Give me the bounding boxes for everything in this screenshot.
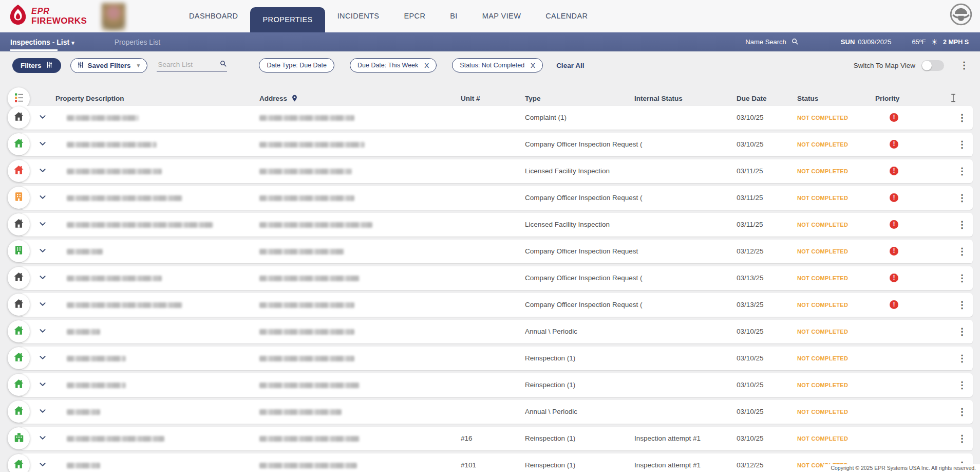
inspection-row-card[interactable]: Annual \ Periodic 03/10/25 NOT COMPLETED… — [21, 320, 973, 343]
property-type-icon[interactable] — [8, 160, 30, 182]
epr-fireworks-logo[interactable]: EPR FIREWORKS — [8, 4, 87, 28]
user-avatar-button[interactable] — [949, 4, 973, 27]
table-row: Annual \ Periodic 03/10/25 NOT COMPLETED… — [0, 400, 980, 424]
inspection-type: Complaint (1) — [525, 106, 567, 130]
inspection-row-card[interactable]: Annual \ Periodic 03/10/25 NOT COMPLETED… — [21, 400, 973, 424]
table-row: Company Officer Inspection Request 03/12… — [0, 240, 980, 263]
row-menu-button[interactable]: ⋮ — [954, 347, 970, 370]
row-menu-button[interactable]: ⋮ — [954, 240, 970, 263]
building-icon — [13, 245, 24, 258]
status-badge: NOT COMPLETED — [797, 106, 848, 130]
expand-row-chevron-icon[interactable] — [39, 275, 46, 281]
subnav-inspections-list[interactable]: Inspections - List▾ — [10, 38, 74, 46]
inspection-row-card[interactable]: Company Officer Inspection Request ( 03/… — [21, 293, 973, 317]
property-type-icon[interactable] — [8, 320, 30, 342]
table-row: Company Officer Inspection Request ( 03/… — [0, 293, 980, 317]
property-type-icon[interactable] — [8, 106, 30, 129]
expand-row-chevron-icon[interactable] — [39, 462, 46, 468]
property-type-icon[interactable] — [8, 347, 30, 369]
inspection-row-card[interactable]: Company Officer Inspection Request ( 03/… — [21, 266, 973, 290]
agency-logo-image-blurred — [102, 3, 125, 31]
nav-tab-bi[interactable]: BI — [438, 0, 470, 32]
expand-row-chevron-icon[interactable] — [39, 355, 46, 361]
inspection-type: Reinspection (1) — [525, 373, 575, 397]
nav-tab-map-view[interactable]: MAP VIEW — [470, 0, 533, 32]
row-menu-button[interactable]: ⋮ — [954, 213, 970, 237]
due-date: 03/10/25 — [737, 427, 764, 450]
due-date: 03/10/25 — [737, 106, 764, 130]
status-badge: NOT COMPLETED — [797, 373, 848, 397]
row-menu-button[interactable]: ⋮ — [954, 293, 970, 317]
priority-icon: ! — [890, 247, 898, 256]
flame-logo-icon — [8, 4, 28, 28]
property-description-redacted — [67, 383, 126, 388]
inspection-row-card[interactable]: #16 Reinspection (1) Inspection attempt … — [21, 427, 973, 450]
row-menu-button[interactable]: ⋮ — [954, 320, 970, 343]
property-type-icon[interactable] — [8, 133, 30, 155]
expand-row-chevron-icon[interactable] — [39, 141, 46, 147]
internal-status: Inspection attempt #1 — [634, 427, 701, 450]
due-date: 03/11/25 — [737, 186, 763, 210]
priority-icon: ! — [890, 300, 898, 309]
unit-number: #101 — [461, 453, 476, 472]
inspection-row-card[interactable]: Licensed Facility Inspection 03/11/25 NO… — [21, 213, 973, 237]
expand-row-chevron-icon[interactable] — [39, 194, 46, 201]
property-type-icon[interactable] — [8, 187, 30, 209]
nav-tab-epcr[interactable]: EPCR — [391, 0, 438, 32]
status-badge: NOT COMPLETED — [797, 347, 848, 370]
inspection-type: Company Officer Inspection Request — [525, 240, 638, 263]
inspection-row-card[interactable]: Complaint (1) 03/10/25 NOT COMPLETED ! ⋮ — [21, 106, 973, 130]
inspection-row-card[interactable]: Company Officer Inspection Request 03/12… — [21, 240, 973, 263]
expand-row-chevron-icon[interactable] — [39, 408, 46, 414]
row-menu-button[interactable]: ⋮ — [954, 266, 970, 290]
due-date: 03/10/25 — [737, 133, 764, 156]
expand-row-chevron-icon[interactable] — [39, 301, 46, 307]
house-icon — [13, 405, 25, 419]
nav-tab-calendar[interactable]: CALENDAR — [533, 0, 600, 32]
logo-fireworks-text: FIREWORKS — [31, 16, 87, 25]
name-search-button[interactable]: Name Search — [745, 38, 798, 47]
expand-row-chevron-icon[interactable] — [39, 382, 46, 388]
inspection-row-card[interactable]: Licensed Facility Inspection 03/11/25 NO… — [21, 159, 973, 183]
due-date: 03/10/25 — [737, 320, 764, 343]
expand-row-chevron-icon[interactable] — [39, 114, 46, 120]
row-menu-button[interactable]: ⋮ — [954, 106, 970, 130]
row-menu-button[interactable]: ⋮ — [954, 373, 970, 397]
app-header: EPR FIREWORKS DASHBOARDPROPERTIESINCIDEN… — [0, 0, 980, 32]
inspection-row-card[interactable]: Company Officer Inspection Request ( 03/… — [21, 133, 973, 156]
property-description-redacted — [67, 409, 100, 415]
property-type-icon[interactable] — [8, 294, 30, 316]
row-menu-button[interactable]: ⋮ — [954, 427, 970, 450]
table-row: Licensed Facility Inspection 03/11/25 NO… — [0, 159, 980, 183]
property-type-icon[interactable] — [8, 401, 30, 423]
row-menu-button[interactable]: ⋮ — [954, 186, 970, 210]
expand-row-chevron-icon[interactable] — [39, 435, 46, 441]
property-type-icon[interactable] — [8, 454, 30, 472]
row-menu-button[interactable]: ⋮ — [954, 159, 970, 183]
inspection-row-card[interactable]: Company Officer Inspection Request ( 03/… — [21, 186, 973, 210]
property-type-icon[interactable] — [8, 213, 30, 235]
nav-tab-properties[interactable]: PROPERTIES — [250, 7, 325, 32]
property-type-icon[interactable] — [8, 240, 30, 262]
nav-tab-incidents[interactable]: INCIDENTS — [325, 0, 392, 32]
house-icon — [13, 137, 25, 151]
nav-tab-dashboard[interactable]: DASHBOARD — [177, 0, 250, 32]
subnav-properties-list[interactable]: Properties List — [115, 38, 160, 46]
inspection-type: Annual \ Periodic — [525, 400, 577, 424]
row-menu-button[interactable]: ⋮ — [954, 133, 970, 156]
due-date: 03/11/25 — [737, 159, 763, 183]
hotel-building-icon — [13, 432, 25, 445]
row-menu-button[interactable]: ⋮ — [954, 400, 970, 424]
expand-row-chevron-icon[interactable] — [39, 168, 46, 174]
due-date: 03/12/25 — [737, 453, 764, 472]
expand-row-chevron-icon[interactable] — [39, 328, 46, 334]
expand-row-chevron-icon[interactable] — [39, 221, 46, 227]
property-type-icon[interactable] — [8, 427, 30, 449]
inspection-row-card[interactable]: Reinspection (1) 03/10/25 NOT COMPLETED … — [21, 373, 973, 397]
expand-row-chevron-icon[interactable] — [39, 248, 46, 254]
property-type-icon[interactable] — [8, 374, 30, 396]
property-type-icon[interactable] — [8, 267, 30, 289]
inspection-row-card[interactable]: Reinspection (1) 03/10/25 NOT COMPLETED … — [21, 347, 973, 370]
house-icon — [13, 324, 25, 338]
property-description-redacted — [67, 222, 213, 228]
